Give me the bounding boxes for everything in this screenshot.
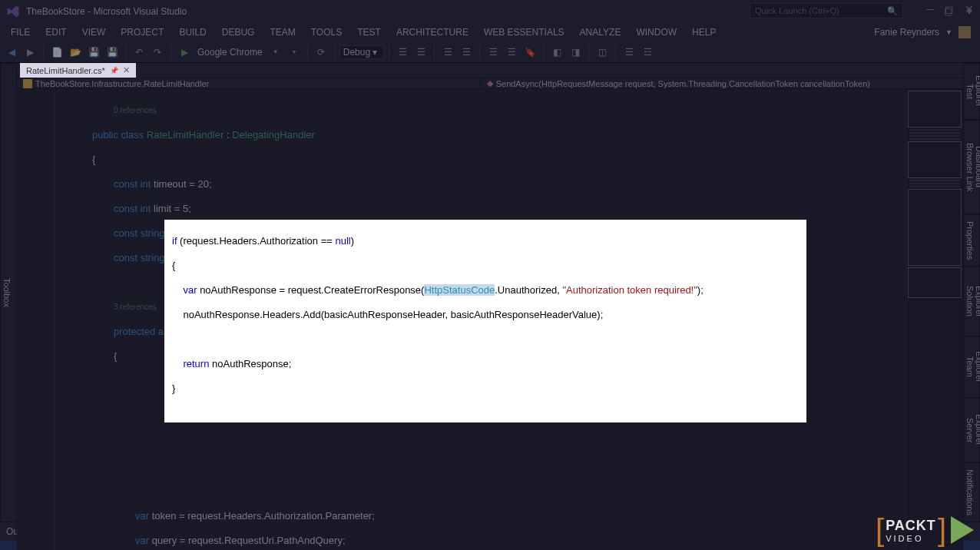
- nav-back-button[interactable]: ◀: [3, 44, 20, 61]
- close-tab-button[interactable]: ✕: [123, 65, 130, 75]
- save-all-button[interactable]: 💾: [104, 44, 121, 61]
- packt-logo: [ PACKTVIDEO ]: [874, 516, 974, 544]
- menu-team[interactable]: TEAM: [262, 25, 303, 40]
- vs-icon: [6, 5, 20, 18]
- minimap[interactable]: [906, 89, 963, 550]
- menu-view[interactable]: VIEW: [74, 25, 114, 40]
- tb-icon-8[interactable]: ◧: [548, 44, 565, 61]
- panel-server-explorer[interactable]: Server Explorer: [963, 398, 980, 463]
- file-tab-name: RateLimitHandler.cs*: [26, 66, 105, 75]
- breadcrumb-class[interactable]: TheBookStore.Infrastructure.RateLimitHan…: [35, 79, 209, 88]
- panel-team-explorer[interactable]: Team Explorer: [963, 336, 980, 398]
- tb-icon-3[interactable]: ☰: [439, 44, 456, 61]
- menu-debug[interactable]: DEBUG: [214, 25, 263, 40]
- quick-launch-input[interactable]: Quick Launch (Ctrl+Q) 🔍: [750, 3, 903, 18]
- menu-bar: FILE EDIT VIEW PROJECT BUILD DEBUG TEAM …: [0, 23, 980, 41]
- gutter: [17, 89, 55, 550]
- tb-icon-2[interactable]: ☰: [412, 44, 429, 61]
- chevron-down-icon[interactable]: ▼: [945, 28, 952, 36]
- run-dropdown[interactable]: ▼: [267, 44, 284, 61]
- tb-icon-9[interactable]: ◨: [567, 44, 584, 61]
- play-triangle-icon: [951, 516, 974, 544]
- undo-button[interactable]: ↶: [131, 44, 147, 61]
- menu-analyze[interactable]: ANALYZE: [572, 25, 629, 40]
- panel-test-explorer[interactable]: Test Explorer: [963, 63, 980, 120]
- class-icon: [23, 79, 32, 88]
- code-editor[interactable]: 0 references public class RateLimitHandl…: [55, 89, 906, 550]
- file-tab[interactable]: RateLimitHandler.cs* 📌 ✕: [20, 63, 136, 78]
- nav-fwd-button[interactable]: ▶: [22, 44, 38, 61]
- avatar[interactable]: [958, 26, 971, 38]
- toolbar: ◀ ▶ 📄 📂 💾 💾 ↶ ↷ ▶ Google Chrome ▼ ▾ ⟳ De…: [0, 41, 980, 63]
- open-button[interactable]: 📂: [67, 44, 84, 61]
- tb-icon-7[interactable]: 🔖: [521, 44, 538, 61]
- save-button[interactable]: 💾: [85, 44, 102, 61]
- panel-solution-explorer[interactable]: Solution Explorer: [963, 267, 980, 336]
- menu-edit[interactable]: EDIT: [38, 25, 74, 40]
- tb-icon-6[interactable]: ☰: [503, 44, 520, 61]
- menu-window[interactable]: WINDOW: [628, 25, 684, 40]
- tb-icon-4[interactable]: ☰: [458, 44, 475, 61]
- breadcrumb-method[interactable]: SendAsync(HttpRequestMessage request, Sy…: [496, 79, 870, 88]
- run-target[interactable]: Google Chrome: [194, 47, 266, 58]
- code-highlight: if (request.Headers.Authorization == nul…: [164, 220, 806, 422]
- user-name[interactable]: Fanie Reynders: [874, 27, 939, 38]
- menu-webessentials[interactable]: WEB ESSENTIALS: [476, 25, 572, 40]
- menu-help[interactable]: HELP: [684, 25, 723, 40]
- tb-icon-5[interactable]: ☰: [485, 44, 502, 61]
- panel-notifications[interactable]: Notifications: [963, 462, 980, 522]
- menu-tools[interactable]: TOOLS: [303, 25, 349, 40]
- minimize-button[interactable]: ─: [926, 3, 934, 15]
- menu-architecture[interactable]: ARCHITECTURE: [389, 25, 476, 40]
- config-combo[interactable]: Debug ▾: [339, 45, 385, 59]
- refresh-button[interactable]: ⟳: [313, 44, 329, 61]
- tb-icon-1[interactable]: ☰: [394, 44, 411, 61]
- menu-test[interactable]: TEST: [349, 25, 389, 40]
- browser-dropdown[interactable]: ▾: [286, 44, 303, 61]
- close-button[interactable]: ✕: [965, 3, 974, 15]
- pin-icon[interactable]: 📌: [110, 67, 118, 75]
- search-icon: 🔍: [887, 6, 898, 16]
- new-project-button[interactable]: 📄: [48, 44, 65, 61]
- editor-area: RateLimitHandler.cs* 📌 ✕ TheBookStore.In…: [17, 63, 963, 522]
- tb-icon-10[interactable]: ◫: [594, 44, 611, 61]
- menu-project[interactable]: PROJECT: [113, 25, 171, 40]
- menu-build[interactable]: BUILD: [171, 25, 214, 40]
- method-icon: ◆: [487, 78, 493, 88]
- panel-toolbox[interactable]: Toolbox: [0, 63, 17, 522]
- redo-button[interactable]: ↷: [149, 44, 166, 61]
- menu-file[interactable]: FILE: [3, 25, 38, 40]
- tb-icon-11[interactable]: ☰: [621, 44, 637, 61]
- panel-properties[interactable]: Properties: [963, 214, 980, 267]
- run-button[interactable]: ▶: [176, 44, 193, 61]
- quick-launch-placeholder: Quick Launch (Ctrl+Q): [755, 6, 839, 15]
- tb-icon-12[interactable]: ☲: [639, 44, 656, 61]
- maximize-button[interactable]: ◻: [945, 3, 954, 15]
- panel-browser-link[interactable]: Browser Link Dashboard: [963, 120, 980, 214]
